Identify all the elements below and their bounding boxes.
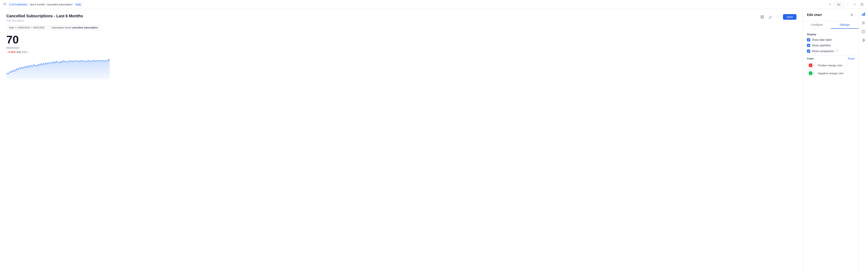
top-bar: # of Customers last 6 months 'cancelled … (0, 0, 868, 9)
filter-event: 'cancelled subscription' (46, 3, 73, 6)
svg-point-6 (108, 59, 110, 61)
negative-color-picker[interactable]: ▾ (807, 71, 816, 76)
forward-button[interactable] (852, 2, 858, 7)
color-section-header: Color Reset (807, 57, 855, 60)
event-filter-pill[interactable]: Subscription Event cancelled subscriptio… (49, 25, 100, 30)
search-icon (3, 2, 6, 6)
close-panel-button[interactable]: ✕ (849, 12, 855, 18)
filter-time: last 6 months (30, 3, 45, 6)
chart-icon-button[interactable] (860, 10, 867, 18)
svg-line-1 (5, 5, 6, 5)
svg-rect-9 (864, 12, 865, 16)
search-pill: # of Customers last 6 months 'cancelled … (8, 3, 826, 6)
info-icon-button[interactable] (860, 28, 867, 35)
show-comparison-text: Show comparison (812, 50, 834, 53)
positive-color-swatch (809, 63, 812, 67)
comparison-info-icon[interactable]: ⓘ (835, 49, 838, 53)
show-date-label-row: Show date label (807, 38, 855, 41)
event-filter-value: cancelled subscription (72, 26, 98, 29)
bolt-icon-button[interactable] (860, 37, 867, 44)
metric-value: 70 (6, 34, 797, 45)
edit-chart-panel: Edit chart ✕ Configure Settings Display … (803, 9, 859, 276)
positive-color-row: ▾ Positive change color (807, 62, 855, 68)
metric-change-arrow[interactable]: › (28, 51, 29, 54)
negative-color-chevron: ▾ (813, 72, 814, 75)
event-filter-prefix: Subscription Event (52, 26, 71, 29)
panel-tabs: Configure Settings (803, 21, 859, 29)
positive-color-chevron: ▾ (813, 64, 814, 66)
go-button[interactable]: Go (834, 2, 843, 7)
show-comparison-row: Show comparison ⓘ (807, 49, 855, 53)
negative-color-swatch (809, 72, 812, 75)
tab-settings[interactable]: Settings (831, 21, 859, 29)
svg-rect-7 (862, 14, 863, 16)
show-comparison-checkbox[interactable] (807, 50, 810, 53)
more-options-button[interactable]: ··· (775, 14, 781, 20)
chart-actions: ··· Save (759, 14, 797, 20)
chart-title: Cancelled Subscriptions - Last 6 Months (6, 14, 83, 18)
sparkline-chart (6, 57, 110, 81)
svg-point-13 (863, 31, 864, 31)
top-bar-actions: ✕ Go (828, 2, 865, 7)
icon-bar (859, 9, 868, 276)
panel-content: Display Show date label Show sparkline S… (803, 29, 859, 82)
edit-panel-header: Edit chart ✕ (803, 9, 859, 21)
show-date-label-checkbox[interactable] (807, 38, 810, 41)
positive-color-picker[interactable]: ▾ (807, 62, 816, 68)
positive-color-label: Positive change color (818, 64, 843, 67)
show-sparkline-row: Show sparkline (807, 44, 855, 47)
metric-change: ↑ 9.38% (64) DoD › (6, 51, 797, 54)
chart-title-block: Cancelled Subscriptions - Last 6 Months … (6, 14, 83, 22)
panel-divider (807, 55, 855, 56)
clear-button[interactable]: ✕ (828, 2, 832, 7)
display-section-title: Display (807, 33, 855, 36)
color-reset-button[interactable]: Reset (848, 57, 855, 60)
show-date-label-text: Show date label (812, 38, 832, 41)
show-sparkline-text: Show sparkline (812, 44, 831, 47)
chart-area: Cancelled Subscriptions - Last 6 Months … (0, 9, 803, 276)
negative-color-label: Negative change color (818, 72, 843, 75)
metric-change-count: (64) (17, 51, 21, 54)
color-section-title: Color (807, 57, 814, 60)
save-button[interactable]: Save (783, 14, 797, 20)
svg-rect-2 (761, 16, 764, 18)
svg-point-10 (863, 22, 864, 24)
show-sparkline-checkbox[interactable] (807, 44, 810, 47)
table-view-button[interactable] (759, 14, 766, 20)
settings-icon-button[interactable] (860, 19, 867, 26)
metric-change-pct: ↑ 9.38% (6, 51, 16, 54)
chart-type-button[interactable] (767, 14, 773, 20)
chart-header: Cancelled Subscriptions - Last 6 Months … (6, 14, 797, 22)
refresh-button[interactable] (859, 2, 865, 7)
tab-configure[interactable]: Configure (803, 21, 831, 29)
metric-date: 09/30/2022 (6, 46, 797, 49)
metric-change-suffix: DoD (22, 51, 27, 54)
back-button[interactable] (845, 2, 850, 7)
chart-subtitle[interactable]: Add description (6, 19, 83, 22)
main-layout: Cancelled Subscriptions - Last 6 Months … (0, 9, 868, 276)
metric-pill[interactable]: # of Customers (8, 3, 29, 6)
svg-rect-8 (863, 13, 864, 16)
filter-pills: Date >= 04/01/2022 < 10/01/2022 Subscrip… (6, 25, 797, 30)
edit-panel-title: Edit chart (807, 13, 822, 17)
filter-granularity[interactable]: daily (74, 3, 83, 6)
date-filter-pill[interactable]: Date >= 04/01/2022 < 10/01/2022 (6, 25, 47, 30)
negative-color-row: ▾ Negative change color (807, 71, 855, 76)
